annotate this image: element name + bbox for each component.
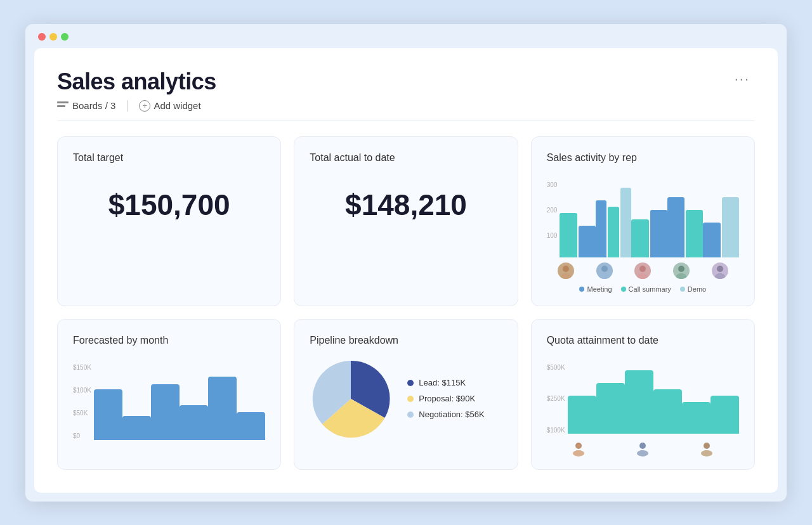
quota-title: Quota attainment to date (547, 335, 739, 346)
y-label-100: 100 (547, 232, 558, 239)
svg-point-4 (639, 266, 646, 272)
quota-bar-4 (653, 389, 682, 434)
quota-y-100k: $100K (547, 427, 565, 434)
quota-bar-3 (625, 370, 653, 434)
y-label-300: 300 (547, 181, 558, 188)
page-header: Sales analytics ··· (57, 68, 755, 95)
forecast-bar-5 (208, 377, 237, 440)
forecast-y-100k: $100K (73, 387, 91, 394)
forecast-bar-2 (122, 416, 151, 440)
more-options-button[interactable]: ··· (730, 68, 755, 90)
total-actual-widget: Total actual to date $148,210 (294, 136, 518, 306)
sales-activity-legend: Meeting Call summary Demo (547, 285, 739, 293)
bar-call-2 (608, 207, 619, 257)
quota-bar-2 (596, 383, 625, 434)
legend-demo: Demo (680, 285, 706, 293)
rep-avatar-4 (673, 262, 690, 279)
legend-dot-call (621, 287, 626, 292)
total-target-title: Total target (73, 152, 265, 164)
quota-bar-6 (710, 396, 739, 434)
rep-avatars (547, 262, 739, 279)
forecasted-widget: Forecasted by month $150K $100K $50K $0 (57, 319, 281, 470)
sales-activity-chart: 300 200 100 (547, 175, 739, 293)
quota-avatar-3 (698, 439, 716, 457)
forecast-bar-6 (237, 412, 265, 440)
bar-meeting-5 (703, 223, 720, 257)
quota-avatar-row (547, 439, 739, 457)
bar-call-1 (579, 226, 596, 257)
svg-point-7 (676, 273, 686, 279)
forecast-bar-3 (151, 384, 180, 440)
legend-label-call: Call summary (629, 285, 671, 293)
svg-point-11 (573, 450, 584, 457)
legend-label-proposal: Proposal: $90K (419, 394, 475, 403)
close-button[interactable] (38, 33, 46, 41)
total-actual-value: $148,210 (310, 175, 502, 228)
pipeline-content: Lead: $115K Proposal: $90K Negotiation: … (310, 358, 502, 440)
app-window: Sales analytics ··· Boards / 3 + Add wid… (25, 24, 787, 502)
svg-point-12 (639, 443, 646, 449)
svg-point-8 (717, 266, 723, 272)
legend-square-proposal (407, 396, 414, 402)
total-target-widget: Total target $150,700 (57, 136, 281, 306)
quota-bar-5 (682, 402, 710, 434)
bar-group-4 (667, 197, 704, 257)
pipeline-widget: Pipeline breakdown (294, 319, 518, 470)
svg-point-13 (637, 450, 648, 457)
bar-meeting-3 (631, 219, 648, 257)
pipeline-pie (310, 358, 392, 440)
main-content: Sales analytics ··· Boards / 3 + Add wid… (34, 48, 778, 493)
total-target-value: $150,700 (73, 175, 265, 228)
rep-avatar-3 (634, 262, 651, 279)
bar-group-2 (596, 188, 632, 257)
legend-label-meeting: Meeting (587, 285, 612, 293)
add-widget-label: Add widget (154, 100, 200, 111)
legend-dot-meeting (579, 287, 584, 292)
forecasted-chart: $150K $100K $50K $0 (73, 358, 265, 440)
quota-avatar-2 (634, 439, 652, 457)
svg-point-9 (715, 273, 725, 279)
forecast-y-0: $0 (73, 432, 91, 439)
add-widget-button[interactable]: + Add widget (139, 100, 200, 112)
bar-group-1 (560, 213, 596, 257)
sales-activity-title: Sales activity by rep (547, 152, 739, 164)
boards-label: Boards / 3 (72, 100, 115, 111)
pipeline-legend: Lead: $115K Proposal: $90K Negotiation: … (407, 378, 484, 419)
svg-point-10 (575, 443, 582, 449)
quota-avatar-1 (570, 439, 587, 457)
pipeline-legend-negotiation: Negotiation: $56K (407, 410, 484, 419)
bar-meeting-1 (560, 213, 577, 257)
forecast-bar-1 (94, 389, 122, 440)
bar-group-5 (703, 197, 739, 257)
svg-point-5 (638, 273, 648, 279)
quota-y-axis: $500K $250K $100K (547, 364, 565, 434)
svg-point-6 (678, 266, 684, 272)
bar-demo-2 (620, 188, 632, 257)
legend-square-lead (407, 380, 414, 386)
quota-bar-1 (568, 396, 596, 434)
legend-dot-demo (680, 287, 685, 292)
quota-y-250k: $250K (547, 395, 565, 402)
pipeline-legend-proposal: Proposal: $90K (407, 394, 484, 403)
minimize-button[interactable] (49, 33, 57, 41)
rep-avatar-2 (596, 262, 613, 279)
forecasted-title: Forecasted by month (73, 335, 265, 346)
total-actual-title: Total actual to date (310, 152, 502, 164)
rep-avatar-1 (558, 262, 574, 279)
forecast-bar-4 (180, 405, 208, 440)
quota-widget: Quota attainment to date $500K $250K $10… (531, 319, 755, 470)
legend-square-negotiation (407, 412, 414, 418)
widgets-grid: Total target $150,700 Total actual to da… (57, 136, 755, 470)
pipeline-title: Pipeline breakdown (310, 335, 502, 346)
svg-point-3 (599, 273, 610, 279)
y-axis: 300 200 100 (547, 181, 558, 257)
svg-point-2 (601, 266, 608, 272)
maximize-button[interactable] (61, 33, 69, 41)
svg-point-0 (563, 266, 569, 272)
rep-avatar-5 (712, 262, 728, 279)
bar-call-3 (650, 210, 667, 257)
forecast-y-150k: $150K (73, 364, 91, 371)
nav-divider (127, 100, 128, 112)
pipeline-legend-lead: Lead: $115K (407, 378, 484, 387)
boards-link[interactable]: Boards / 3 (57, 100, 115, 111)
